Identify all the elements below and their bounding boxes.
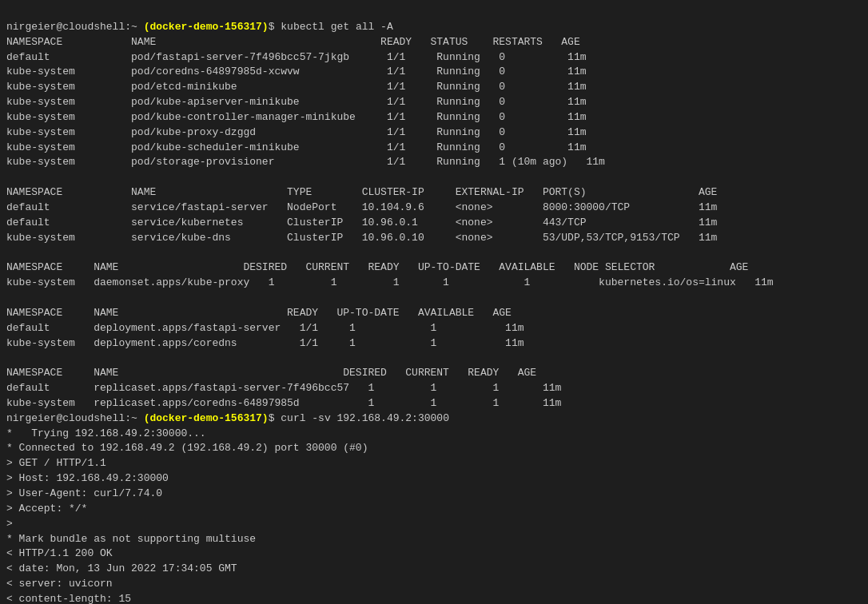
curl-line-11: < server: uvicorn — [6, 578, 113, 590]
pod-row-3: kube-system pod/etcd-minikube 1/1 Runnin… — [6, 81, 587, 93]
rs-headers: NAMESPACE NAME DESIRED CURRENT READY AGE — [6, 367, 536, 379]
prompt-docker-2: (docker-demo-156317) — [144, 412, 269, 424]
curl-line-2: * Connected to 192.168.49.2 (192.168.49.… — [6, 442, 368, 454]
pod-row-1: default pod/fastapi-server-7f496bcc57-7j… — [6, 51, 587, 63]
rs-row-1: default replicaset.apps/fastapi-server-7… — [6, 382, 561, 394]
prompt-line-1: nirgeier@cloudshell:~ (docker-demo-15631… — [6, 21, 393, 33]
pod-row-5: kube-system pod/kube-controller-manager-… — [6, 111, 587, 123]
prompt-cmd-2: curl -sv 192.168.49.2:30000 — [281, 412, 449, 424]
pod-row-6: kube-system pod/kube-proxy-dzggd 1/1 Run… — [6, 126, 587, 138]
ds-row-1: kube-system daemonset.apps/kube-proxy 1 … — [6, 276, 774, 288]
pod-row-4: kube-system pod/kube-apiserver-minikube … — [6, 96, 587, 108]
terminal: nirgeier@cloudshell:~ (docker-demo-15631… — [0, 0, 868, 604]
prompt-user-2: nirgeier@cloudshell:~ — [6, 412, 137, 424]
curl-line-4: > Host: 192.168.49.2:30000 — [6, 472, 169, 484]
prompt-cmd-1: kubectl get all -A — [281, 21, 392, 33]
svc-row-3: kube-system service/kube-dns ClusterIP 1… — [6, 232, 717, 244]
deploy-row-2: kube-system deployment.apps/coredns 1/1 … — [6, 337, 524, 349]
svc-headers: NAMESPACE NAME TYPE CLUSTER-IP EXTERNAL-… — [6, 186, 717, 198]
curl-line-6: > Accept: */* — [6, 503, 87, 515]
prompt-symbol-2: $ — [269, 412, 275, 424]
prompt-symbol-1: $ — [269, 21, 275, 33]
curl-line-5: > User-Agent: curl/7.74.0 — [6, 487, 162, 499]
curl-line-1: * Trying 192.168.49.2:30000... — [6, 427, 206, 439]
pod-row-7: kube-system pod/kube-scheduler-minikube … — [6, 141, 587, 153]
curl-line-7: > — [6, 518, 13, 530]
curl-line-12: < content-length: 15 — [6, 593, 131, 604]
curl-line-3: > GET / HTTP/1.1 — [6, 457, 106, 469]
deploy-headers: NAMESPACE NAME READY UP-TO-DATE AVAILABL… — [6, 307, 512, 319]
pod-row-8: kube-system pod/storage-provisioner 1/1 … — [6, 156, 605, 168]
curl-line-10: < date: Mon, 13 Jun 2022 17:34:05 GMT — [6, 562, 237, 574]
prompt-docker-1: (docker-demo-156317) — [144, 21, 269, 33]
pod-row-2: kube-system pod/coredns-64897985d-xcwvw … — [6, 66, 587, 77]
svc-row-2: default service/kubernetes ClusterIP 10.… — [6, 217, 717, 228]
curl-line-9: < HTTP/1.1 200 OK — [6, 547, 113, 559]
prompt-user-1: nirgeier@cloudshell:~ — [6, 21, 137, 33]
svc-row-1: default service/fastapi-server NodePort … — [6, 201, 717, 213]
pod-headers: NAMESPACE NAME READY STATUS RESTARTS AGE — [6, 36, 580, 48]
prompt-line-2: nirgeier@cloudshell:~ (docker-demo-15631… — [6, 412, 449, 424]
ds-headers: NAMESPACE NAME DESIRED CURRENT READY UP-… — [6, 261, 748, 273]
curl-line-8: * Mark bundle as not supporting multiuse — [6, 533, 256, 545]
deploy-row-1: default deployment.apps/fastapi-server 1… — [6, 322, 524, 334]
rs-row-2: kube-system replicaset.apps/coredns-6489… — [6, 397, 561, 409]
